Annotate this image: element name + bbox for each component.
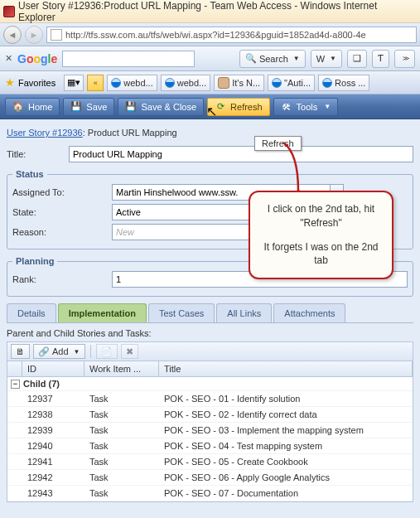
table-row[interactable]: 12938TaskPOK - SEO - 02 - Identify corre…: [7, 407, 413, 423]
chevron-down-icon: ▼: [74, 348, 80, 356]
cell-expand: [7, 391, 22, 406]
grid-col-wit[interactable]: Work Item ...: [84, 361, 159, 376]
share-icon: ❑: [353, 53, 361, 64]
cell-title: POK - SEO - 02 - Identify correct data: [159, 407, 413, 422]
google-share-button[interactable]: ❑: [347, 50, 367, 68]
grid-col-id[interactable]: ID: [22, 361, 84, 376]
avatar-icon: [218, 77, 229, 89]
planning-legend: Planning: [12, 256, 57, 266]
reason-value: New: [116, 227, 134, 237]
table-row[interactable]: 12941TaskPOK - SEO - 05 - Create Cookboo…: [7, 454, 413, 470]
reason-label: Reason:: [12, 227, 112, 237]
save-button[interactable]: 💾Save: [63, 98, 114, 116]
breadcrumb: User Story #12936: Product URL Mapping: [7, 128, 413, 138]
google-search-label: Search: [259, 54, 288, 64]
window-title: User Story #12936:Product URL Mapping - …: [18, 0, 417, 23]
favorite-link-3[interactable]: It's N...: [214, 75, 264, 91]
ie-icon: [272, 78, 282, 88]
app-favicon: [3, 6, 15, 17]
grid-group-label: Child (7): [23, 379, 60, 389]
page-icon: [51, 29, 62, 41]
google-search-input[interactable]: [62, 51, 195, 67]
table-row[interactable]: 12939TaskPOK - SEO - 03 - Implement the …: [7, 423, 413, 438]
table-row[interactable]: 12942TaskPOK - SEO - 06 - Apply Google A…: [7, 470, 413, 486]
separator: [90, 345, 91, 358]
cell-id: 12942: [22, 470, 84, 485]
collapse-icon[interactable]: −: [11, 380, 20, 389]
table-row[interactable]: 12943TaskPOK - SEO - 07 - Documentation: [7, 486, 413, 501]
fav-label: Ross ...: [335, 78, 365, 88]
cell-wit: Task: [84, 454, 159, 469]
tools-label: Tools: [297, 102, 318, 112]
home-label: Home: [28, 102, 52, 112]
google-more-button[interactable]: W▼: [311, 50, 342, 68]
cell-title: POK - SEO - 01 - Identify solution: [159, 391, 413, 406]
cell-expand: [7, 438, 22, 453]
grid-delete-button[interactable]: ✖: [121, 344, 138, 359]
favorites-overflow-button[interactable]: «: [87, 75, 104, 91]
tab-all-links[interactable]: All Links: [216, 303, 272, 322]
ie-icon: [111, 78, 121, 88]
grid-col-expand[interactable]: [7, 361, 22, 376]
favorites-star-icon[interactable]: ★: [5, 76, 15, 89]
grid-group-row[interactable]: − Child (7): [7, 377, 413, 391]
tab-attachments[interactable]: Attachments: [273, 303, 345, 322]
google-logo: Google: [17, 52, 57, 65]
google-translate-button[interactable]: Ƭ: [372, 50, 389, 68]
favorite-link-4[interactable]: "Auti...: [268, 75, 315, 91]
breadcrumb-link[interactable]: User Story #12936: [7, 128, 83, 138]
favorite-link-5[interactable]: Ross ...: [318, 75, 369, 91]
address-value: http://tfs.ssw.com.au/tfs/web/wi.aspx?id…: [65, 30, 366, 40]
table-row[interactable]: 12940TaskPOK - SEO - 04 - Test mapping s…: [7, 438, 413, 454]
save-close-button[interactable]: 💾Save & Close: [118, 98, 204, 116]
chevron-right-icon: ≫: [403, 55, 409, 62]
cell-expand: [7, 423, 22, 438]
assigned-value: Martin Hinshelwood www.ssw.: [116, 187, 238, 197]
tab-implementation[interactable]: Implementation: [58, 303, 147, 322]
cell-id: 12937: [22, 391, 84, 406]
cell-id: 12943: [22, 486, 84, 501]
cell-id: 12938: [22, 407, 84, 422]
save-close-icon: 💾: [125, 101, 137, 113]
annotation-callout: I click on the 2nd tab, hit "Refresh" It…: [249, 191, 393, 279]
window-titlebar: User Story #12936:Product URL Mapping - …: [0, 0, 420, 23]
cell-title: POK - SEO - 04 - Test mapping system: [159, 438, 413, 453]
nav-back-button[interactable]: ◄: [3, 26, 22, 44]
cell-id: 12940: [22, 438, 84, 453]
callout-line-2: It forgets I was on the 2nd tab: [258, 240, 384, 269]
grid-new-button[interactable]: 🗎: [11, 344, 30, 359]
home-button[interactable]: 🏠Home: [5, 98, 60, 116]
breadcrumb-tail: : Product URL Mapping: [83, 128, 177, 138]
state-label: State:: [12, 207, 112, 217]
tfs-body: User Story #12936: Product URL Mapping T…: [0, 119, 420, 507]
ie-icon: [165, 78, 175, 88]
link-icon: 🔗: [38, 346, 50, 357]
favorites-view-button[interactable]: ▦▾: [64, 75, 84, 91]
cell-expand: [7, 454, 22, 469]
google-search-button[interactable]: 🔍 Search ▼: [239, 50, 306, 68]
assigned-label: Assigned To:: [12, 187, 112, 197]
cell-wit: Task: [84, 423, 159, 438]
grid-open-button[interactable]: 📄: [96, 344, 118, 359]
cell-wit: Task: [84, 391, 159, 406]
new-item-icon: 🗎: [16, 346, 25, 356]
tab-details[interactable]: Details: [7, 303, 56, 322]
tab-test-cases[interactable]: Test Cases: [148, 303, 215, 322]
address-input[interactable]: http://tfs.ssw.com.au/tfs/web/wi.aspx?id…: [46, 27, 417, 43]
cell-wit: Task: [84, 486, 159, 501]
grid-toolbar: 🗎 🔗Add▼ 📄 ✖: [7, 341, 413, 361]
refresh-label: Refresh: [230, 102, 263, 112]
nav-forward-button[interactable]: ►: [25, 26, 43, 44]
google-overflow-button[interactable]: ≫: [394, 50, 415, 68]
tools-button[interactable]: 🛠Tools▼: [273, 98, 339, 116]
title-input[interactable]: Product URL Mapping: [69, 146, 413, 162]
favorite-link-1[interactable]: webd...: [107, 75, 157, 91]
grid-add-button[interactable]: 🔗Add▼: [33, 344, 85, 359]
table-row[interactable]: 12937TaskPOK - SEO - 01 - Identify solut…: [7, 391, 413, 407]
favorite-link-2[interactable]: webd...: [161, 75, 210, 91]
grid-col-title[interactable]: Title: [159, 361, 413, 376]
toolbar-close-icon[interactable]: ✕: [5, 53, 12, 64]
cell-wit: Task: [84, 407, 159, 422]
save-icon: 💾: [70, 101, 82, 113]
chevron-down-icon: ▼: [293, 55, 300, 62]
